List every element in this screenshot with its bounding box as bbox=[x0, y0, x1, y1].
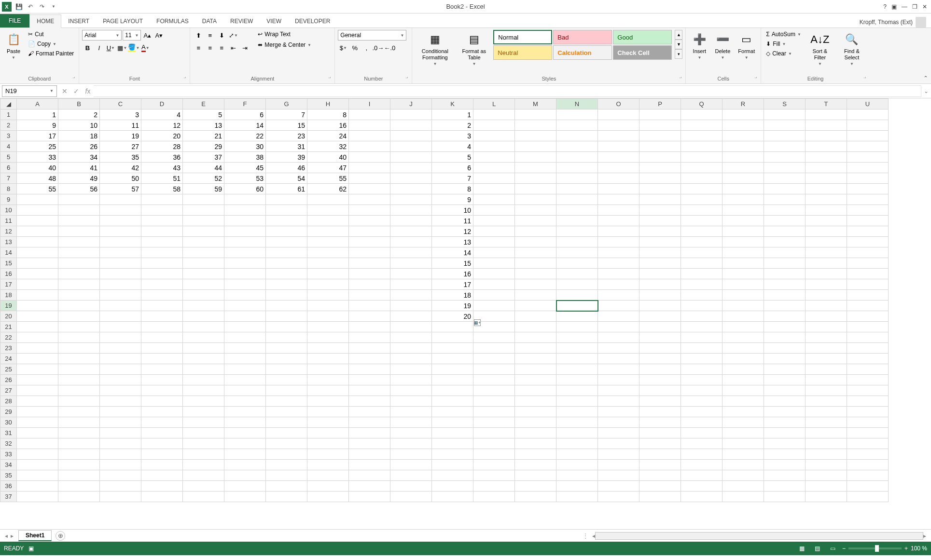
cell-E34[interactable] bbox=[183, 460, 224, 470]
cell-C31[interactable] bbox=[100, 428, 141, 438]
col-header-C[interactable]: C bbox=[100, 99, 141, 109]
cell-P8[interactable] bbox=[639, 184, 681, 194]
cell-M8[interactable] bbox=[515, 184, 556, 194]
cell-O36[interactable] bbox=[598, 481, 639, 492]
cell-O29[interactable] bbox=[598, 407, 639, 417]
cell-I31[interactable] bbox=[349, 428, 390, 438]
cell-M2[interactable] bbox=[515, 120, 556, 131]
cell-N19[interactable] bbox=[556, 300, 598, 311]
cell-Q29[interactable] bbox=[681, 407, 723, 417]
formula-input[interactable] bbox=[94, 85, 921, 97]
cell-F19[interactable] bbox=[224, 300, 266, 311]
cell-H13[interactable] bbox=[307, 237, 349, 247]
cell-E9[interactable] bbox=[183, 194, 224, 205]
col-header-E[interactable]: E bbox=[183, 99, 224, 109]
cell-N18[interactable] bbox=[556, 290, 598, 300]
cell-H21[interactable] bbox=[307, 322, 349, 332]
cell-L17[interactable] bbox=[473, 279, 515, 290]
cell-M3[interactable] bbox=[515, 131, 556, 141]
cell-J1[interactable] bbox=[390, 109, 432, 120]
row-header-34[interactable]: 34 bbox=[0, 460, 17, 470]
sheet-nav-last-icon[interactable]: ▸ bbox=[11, 533, 14, 539]
cell-Q1[interactable] bbox=[681, 109, 723, 120]
cell-L33[interactable] bbox=[473, 449, 515, 460]
cell-R9[interactable] bbox=[723, 194, 764, 205]
cell-M27[interactable] bbox=[515, 385, 556, 396]
cell-O7[interactable] bbox=[598, 173, 639, 184]
cell-E16[interactable] bbox=[183, 269, 224, 279]
cell-S4[interactable] bbox=[764, 141, 806, 152]
cancel-formula-icon[interactable]: ✕ bbox=[59, 85, 70, 97]
cell-J27[interactable] bbox=[390, 385, 432, 396]
cell-O5[interactable] bbox=[598, 152, 639, 163]
cell-O15[interactable] bbox=[598, 258, 639, 269]
cell-T13[interactable] bbox=[806, 237, 847, 247]
cell-S1[interactable] bbox=[764, 109, 806, 120]
cell-K24[interactable] bbox=[432, 354, 473, 364]
help-icon[interactable]: ? bbox=[883, 3, 887, 10]
cell-J34[interactable] bbox=[390, 460, 432, 470]
cell-F10[interactable] bbox=[224, 205, 266, 216]
cell-I20[interactable] bbox=[349, 311, 390, 322]
percent-format-icon[interactable]: % bbox=[349, 42, 360, 53]
cell-F13[interactable] bbox=[224, 237, 266, 247]
cell-G4[interactable]: 31 bbox=[266, 141, 307, 152]
cell-N17[interactable] bbox=[556, 279, 598, 290]
cell-S36[interactable] bbox=[764, 481, 806, 492]
cell-N14[interactable] bbox=[556, 247, 598, 258]
cell-D4[interactable]: 28 bbox=[141, 141, 183, 152]
cell-B4[interactable]: 26 bbox=[58, 141, 100, 152]
cell-B12[interactable] bbox=[58, 226, 100, 237]
cell-F23[interactable] bbox=[224, 343, 266, 354]
cell-O31[interactable] bbox=[598, 428, 639, 438]
cell-J19[interactable] bbox=[390, 300, 432, 311]
cell-L37[interactable] bbox=[473, 492, 515, 502]
cell-P17[interactable] bbox=[639, 279, 681, 290]
cell-R15[interactable] bbox=[723, 258, 764, 269]
cell-P36[interactable] bbox=[639, 481, 681, 492]
cell-J18[interactable] bbox=[390, 290, 432, 300]
row-header-10[interactable]: 10 bbox=[0, 205, 17, 216]
cell-D1[interactable]: 4 bbox=[141, 109, 183, 120]
cell-H3[interactable]: 24 bbox=[307, 131, 349, 141]
cell-I28[interactable] bbox=[349, 396, 390, 407]
bold-button[interactable]: B bbox=[82, 42, 93, 53]
cell-R37[interactable] bbox=[723, 492, 764, 502]
cell-S16[interactable] bbox=[764, 269, 806, 279]
cell-L23[interactable] bbox=[473, 343, 515, 354]
cell-F16[interactable] bbox=[224, 269, 266, 279]
cut-button[interactable]: ✂Cut bbox=[26, 30, 76, 39]
cell-J8[interactable] bbox=[390, 184, 432, 194]
cell-U13[interactable] bbox=[847, 237, 889, 247]
cell-N8[interactable] bbox=[556, 184, 598, 194]
cell-R16[interactable] bbox=[723, 269, 764, 279]
cell-U32[interactable] bbox=[847, 438, 889, 449]
select-all-cell[interactable]: ◢ bbox=[0, 99, 17, 109]
cell-F28[interactable] bbox=[224, 396, 266, 407]
cell-E27[interactable] bbox=[183, 385, 224, 396]
cell-N37[interactable] bbox=[556, 492, 598, 502]
col-header-K[interactable]: K bbox=[432, 99, 473, 109]
font-name-select[interactable]: Arial▼ bbox=[82, 30, 122, 41]
row-header-3[interactable]: 3 bbox=[0, 131, 17, 141]
increase-decimal-icon[interactable]: .0→ bbox=[373, 42, 383, 53]
cell-S11[interactable] bbox=[764, 216, 806, 226]
col-header-L[interactable]: L bbox=[473, 99, 515, 109]
cell-I35[interactable] bbox=[349, 470, 390, 481]
row-header-7[interactable]: 7 bbox=[0, 173, 17, 184]
cell-B18[interactable] bbox=[58, 290, 100, 300]
cell-Q32[interactable] bbox=[681, 438, 723, 449]
cell-N26[interactable] bbox=[556, 375, 598, 385]
cell-D21[interactable] bbox=[141, 322, 183, 332]
cell-U7[interactable] bbox=[847, 173, 889, 184]
cell-B29[interactable] bbox=[58, 407, 100, 417]
cell-R11[interactable] bbox=[723, 216, 764, 226]
cell-R14[interactable] bbox=[723, 247, 764, 258]
cell-R25[interactable] bbox=[723, 364, 764, 375]
cell-R13[interactable] bbox=[723, 237, 764, 247]
cell-U31[interactable] bbox=[847, 428, 889, 438]
cell-C4[interactable]: 27 bbox=[100, 141, 141, 152]
cell-I2[interactable] bbox=[349, 120, 390, 131]
row-header-14[interactable]: 14 bbox=[0, 247, 17, 258]
cell-S5[interactable] bbox=[764, 152, 806, 163]
